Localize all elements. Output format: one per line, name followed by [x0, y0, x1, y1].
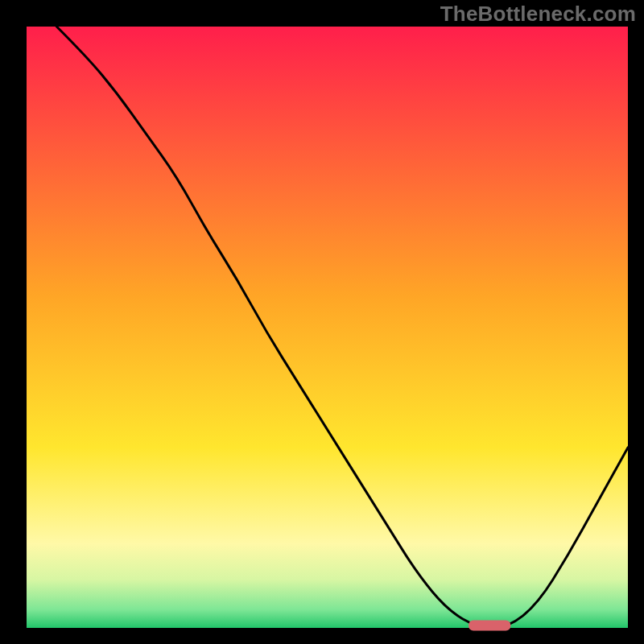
plot-area [27, 27, 628, 628]
bottleneck-chart [0, 0, 644, 644]
watermark-text: TheBottleneck.com [440, 2, 636, 27]
optimal-marker [469, 621, 510, 631]
